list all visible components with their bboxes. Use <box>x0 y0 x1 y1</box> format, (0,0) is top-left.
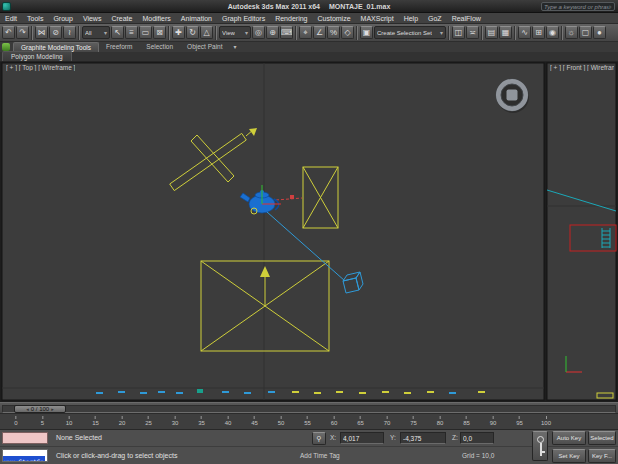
selection-region-icon[interactable]: ▭ <box>139 26 152 39</box>
selected-set-dropdown[interactable]: Selected <box>588 431 616 445</box>
unlink-selection-icon[interactable]: ⊘ <box>49 26 62 39</box>
toolbar-separator <box>31 26 33 40</box>
auto-key-button[interactable]: Auto Key <box>552 431 586 445</box>
menu-edit[interactable]: Edit <box>0 13 22 24</box>
angle-snap-icon[interactable]: ∠ <box>313 26 326 39</box>
menu-views[interactable]: Views <box>78 13 107 24</box>
ruler-tick-45: 45 <box>251 416 258 426</box>
layer-manager-icon[interactable]: ▤ <box>485 26 498 39</box>
select-and-manipulate-icon[interactable]: ⊕ <box>266 26 279 39</box>
ribbon-tab-object-paint[interactable]: Object Paint <box>180 42 229 52</box>
select-and-scale-icon[interactable]: △ <box>200 26 213 39</box>
ruler-tick-50: 50 <box>278 416 285 426</box>
menu-help[interactable]: Help <box>399 13 423 24</box>
schematic-view-icon[interactable]: ⊞ <box>532 26 545 39</box>
z-label: Z: <box>452 434 458 441</box>
render-production-icon[interactable]: ● <box>593 26 606 39</box>
chevron-down-icon[interactable]: ▾ <box>440 29 443 36</box>
viewport-top-label[interactable]: [ + ] [ Top ] [ Wireframe ] <box>6 64 75 71</box>
edit-named-selections-icon[interactable]: ▣ <box>360 26 373 39</box>
menu-rendering[interactable]: Rendering <box>270 13 312 24</box>
ruler-tick-80: 80 <box>437 416 444 426</box>
time-slider-track[interactable] <box>2 405 616 413</box>
curve-editor-icon[interactable]: ∿ <box>518 26 531 39</box>
ruler-tick-20: 20 <box>119 416 126 426</box>
menu-customize[interactable]: Customize <box>312 13 355 24</box>
time-slider-button[interactable]: ◂ 0 / 100 ▸ <box>14 405 66 413</box>
named-selection-dropdown-value: Create Selection Set <box>377 30 432 36</box>
ruler-tick-40: 40 <box>225 416 232 426</box>
toolbar-separator <box>215 26 217 40</box>
ruler-tick-65: 65 <box>357 416 364 426</box>
chevron-down-icon[interactable]: ▾ <box>104 29 107 36</box>
menu-tools[interactable]: Tools <box>22 13 48 24</box>
ribbon-logo-icon[interactable] <box>2 43 10 51</box>
viewport-top[interactable] <box>2 63 544 400</box>
toolbar-separator <box>561 26 563 40</box>
set-key-button[interactable]: Set Key <box>552 449 586 463</box>
menu-animation[interactable]: Animation <box>176 13 217 24</box>
select-and-move-icon[interactable]: ✚ <box>172 26 185 39</box>
menu-group[interactable]: Group <box>48 13 77 24</box>
search-input[interactable] <box>544 4 608 10</box>
spinner-snap-icon[interactable]: ◇ <box>341 26 354 39</box>
percent-snap-icon[interactable]: % <box>327 26 340 39</box>
menu-graph-editors[interactable]: Graph Editors <box>217 13 270 24</box>
search-icon[interactable]: ⌕ <box>608 3 612 10</box>
ribbon-tab-selection[interactable]: Selection <box>139 42 180 52</box>
key-icon <box>537 436 544 443</box>
ruler-ticks[interactable]: 0510152025303540455055606570758085909510… <box>16 414 546 430</box>
x-coordinate-field[interactable] <box>340 432 384 444</box>
maxscript-mini-listener[interactable]: xxx StartCo <box>2 449 48 462</box>
slider-next-icon[interactable]: ▸ <box>51 406 54 412</box>
menu-goz[interactable]: GoZ <box>423 13 447 24</box>
ribbon-tab-bar: Graphite Modeling ToolsFreeformSelection… <box>0 42 618 52</box>
bind-to-spacewarp-icon[interactable]: ≀ <box>63 26 76 39</box>
ruler-tick-90: 90 <box>490 416 497 426</box>
slider-prev-icon[interactable]: ◂ <box>26 406 29 412</box>
ruler-tick-85: 85 <box>463 416 470 426</box>
ruler-tick-30: 30 <box>172 416 179 426</box>
mirror-icon[interactable]: ◫ <box>452 26 465 39</box>
select-by-name-icon[interactable]: ≡ <box>125 26 138 39</box>
ruler-tick-10: 10 <box>66 416 73 426</box>
select-and-link-icon[interactable]: ⋈ <box>35 26 48 39</box>
render-setup-icon[interactable]: ☼ <box>565 26 578 39</box>
viewport-front-label[interactable]: [ + ] [ Front ] [ Wireframe ] <box>550 64 614 71</box>
menu-maxscript[interactable]: MAXScript <box>356 13 399 24</box>
z-coordinate-field[interactable] <box>460 432 494 444</box>
macro-recorder-box[interactable] <box>2 432 48 444</box>
redo-icon[interactable]: ↷ <box>16 26 29 39</box>
y-coordinate-field[interactable] <box>400 432 446 444</box>
snaps-toggle-icon[interactable]: ⌖ <box>299 26 312 39</box>
app-window: Autodesk 3ds Max 2011 x64 MONTAJE_01.max… <box>0 0 618 464</box>
window-crossing-icon[interactable]: ⊠ <box>153 26 166 39</box>
chevron-down-icon[interactable]: ▾ <box>245 29 248 36</box>
rendered-frame-icon[interactable]: ▢ <box>579 26 592 39</box>
key-filters-button[interactable]: Key F... <box>588 449 616 463</box>
menu-create[interactable]: Create <box>106 13 137 24</box>
lock-selection-icon[interactable]: ⚲ <box>312 432 326 445</box>
set-keys-toggle-button[interactable] <box>532 431 548 461</box>
track-bar[interactable]: 0510152025303540455055606570758085909510… <box>0 413 618 429</box>
toolbar-separator <box>356 26 358 40</box>
add-time-tag[interactable]: Add Time Tag <box>300 452 340 459</box>
ribbon-subtab-polygon-modeling[interactable]: Polygon Modeling <box>2 51 72 61</box>
menu-realflow[interactable]: RealFlow <box>447 13 486 24</box>
selection-filter-dropdown[interactable]: All▾ <box>82 26 110 39</box>
menu-modifiers[interactable]: Modifiers <box>137 13 175 24</box>
infocenter-search[interactable]: ⌕ <box>541 2 615 11</box>
ribbon-tab-freeform[interactable]: Freeform <box>99 42 139 52</box>
graphite-ribbon-toggle-icon[interactable]: ▦ <box>499 26 512 39</box>
align-icon[interactable]: ≍ <box>466 26 479 39</box>
time-slider-label: 0 / 100 <box>31 406 49 412</box>
reference-coordinate-dropdown[interactable]: View▾ <box>219 26 251 39</box>
select-object-icon[interactable]: ↖ <box>111 26 124 39</box>
undo-icon[interactable]: ↶ <box>2 26 15 39</box>
use-pivot-center-icon[interactable]: ◎ <box>252 26 265 39</box>
named-selection-dropdown[interactable]: Create Selection Set▾ <box>374 26 446 39</box>
ribbon-expand-icon[interactable]: ▾ <box>230 42 241 52</box>
keyboard-override-icon[interactable]: ⌨ <box>280 26 293 39</box>
select-and-rotate-icon[interactable]: ↻ <box>186 26 199 39</box>
material-editor-icon[interactable]: ◉ <box>546 26 559 39</box>
